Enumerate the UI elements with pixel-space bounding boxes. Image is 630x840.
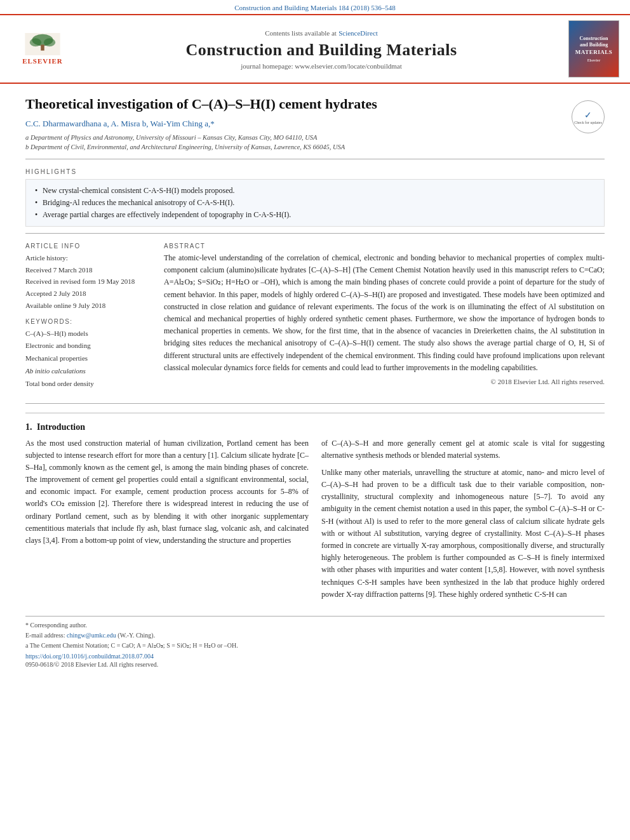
top-reference-bar: Construction and Building Materials 184 …	[0, 0, 630, 14]
email-link[interactable]: chingw@umkc.edu	[67, 632, 116, 639]
history-accepted: Accepted 2 July 2018	[25, 288, 152, 300]
highlight-item-1: New crystal-chemical consistent C-A-S-H(…	[34, 185, 596, 197]
cover-line3: MATERIALS	[575, 49, 612, 55]
article-title: Theoretical investigation of C–(A)–S–H(I…	[25, 95, 565, 114]
keywords-list: C–(A)–S–H(I) models Electronic and bondi…	[25, 328, 152, 390]
intro-col2-para-1: of C–(A)–S–H and more generally cement g…	[321, 437, 605, 462]
section-title-text: Introduction	[37, 422, 85, 432]
journal-header-center: Contents lists available at ScienceDirec…	[84, 20, 559, 77]
page: Construction and Building Materials 184 …	[0, 0, 630, 840]
highlights-section: HIGHLIGHTS New crystal-chemical consiste…	[25, 168, 605, 234]
main-content: Theoretical investigation of C–(A)–S–H(I…	[0, 84, 630, 679]
article-info-abstract: ARTICLE INFO Article history: Received 7…	[25, 243, 605, 403]
intro-col2-para-2: Unlike many other materials, unravelling…	[321, 467, 605, 601]
affiliation-text-a: a Department of Physics and Astronomy, U…	[25, 134, 317, 141]
highlights-label: HIGHLIGHTS	[25, 168, 605, 175]
article-title-text-area: Theoretical investigation of C–(A)–S–H(I…	[25, 95, 565, 152]
highlight-item-2: Bridging-Al reduces the mechanical aniso…	[34, 197, 596, 209]
kw-3: Mechanical properties	[25, 352, 152, 365]
kw-5: Total bond order density	[25, 378, 152, 390]
checkmark-icon: ✓	[584, 110, 592, 121]
history-online: Available online 9 July 2018	[25, 300, 152, 312]
intro-col2: of C–(A)–S–H and more generally cement g…	[321, 437, 605, 606]
authors-text: C.C. Dharmawardhana a, A. Misra b, Wai-Y…	[25, 119, 215, 128]
highlight-item-3: Average partial charges are effectively …	[34, 209, 596, 221]
doi-link[interactable]: https://doi.org/10.1016/j.conbuildmat.20…	[25, 653, 605, 660]
article-info-col: ARTICLE INFO Article history: Received 7…	[25, 243, 152, 396]
keywords-label-text: Keywords:	[25, 318, 152, 325]
cover-line1: Construction	[580, 36, 608, 41]
kw-2: Electronic and bonding	[25, 340, 152, 352]
affiliation-b: b Department of Civil, Environmental, an…	[25, 142, 565, 152]
copyright-line: © 2018 Elsevier Ltd. All rights reserved…	[164, 378, 605, 385]
email-note: E-mail address: chingw@umkc.edu (W.-Y. C…	[25, 630, 605, 641]
abstract-col: ABSTRACT The atomic-level understanding …	[164, 243, 605, 396]
svg-point-4	[44, 38, 55, 46]
svg-rect-2	[41, 44, 44, 50]
abstract-label: ABSTRACT	[164, 243, 605, 250]
footnote-a: a The Cement Chemist Notation; C = CaO; …	[25, 641, 605, 651]
journal-cover-image: Construction and Building MATERIALS Else…	[568, 20, 619, 77]
elsevier-tree-icon	[23, 33, 62, 55]
email-label: E-mail address:	[25, 632, 65, 639]
journal-homepage: journal homepage: www.elsevier.com/locat…	[241, 62, 401, 70]
issn-line: 0950-0618/© 2018 Elsevier Ltd. All right…	[25, 661, 605, 668]
highlights-list: New crystal-chemical consistent C-A-S-H(…	[34, 185, 596, 221]
history-revised: Received in revised form 19 May 2018	[25, 276, 152, 288]
keywords-block: Keywords: C–(A)–S–H(I) models Electronic…	[25, 318, 152, 390]
abstract-text: The atomic-level understanding of the co…	[164, 252, 605, 374]
intro-section-title: 1. Introduction	[25, 422, 605, 432]
history-label: Article history:	[25, 252, 152, 264]
corresponding-label: * Corresponding author.	[25, 622, 87, 629]
svg-point-3	[30, 38, 41, 46]
cover-line2: and Building	[580, 42, 608, 48]
footer-section: * Corresponding author. E-mail address: …	[25, 616, 605, 668]
affiliation-text-b: b Department of Civil, Environmental, an…	[25, 143, 345, 150]
highlights-box: New crystal-chemical consistent C-A-S-H(…	[25, 179, 605, 227]
intro-para-1: As the most used construction material o…	[25, 437, 309, 547]
history-received: Received 7 March 2018	[25, 264, 152, 276]
intro-body: As the most used construction material o…	[25, 437, 605, 606]
section-divider	[25, 413, 605, 413]
kw-4: Ab initio calculations	[25, 365, 152, 378]
kw-1: C–(A)–S–H(I) models	[25, 328, 152, 340]
elsevier-logo: ELSEVIER	[22, 33, 63, 65]
corresponding-author-note: * Corresponding author.	[25, 620, 605, 630]
intro-col1: As the most used construction material o…	[25, 437, 309, 606]
journal-citation: Construction and Building Materials 184 …	[234, 4, 396, 11]
introduction-section: 1. Introduction As the most used constru…	[25, 422, 605, 606]
available-text: Contents lists available at ScienceDirec…	[265, 28, 378, 38]
section-number: 1.	[25, 422, 32, 432]
elsevier-logo-area: ELSEVIER	[8, 20, 77, 77]
article-info-label: ARTICLE INFO	[25, 243, 152, 250]
journal-cover-area: Construction and Building MATERIALS Else…	[565, 20, 622, 77]
elsevier-brand-label: ELSEVIER	[22, 57, 63, 65]
email-suffix: (W.-Y. Ching).	[117, 632, 155, 639]
article-history-block: Article history: Received 7 March 2018 R…	[25, 252, 152, 311]
check-updates-label: Check for updates	[574, 121, 602, 124]
check-updates-badge[interactable]: ✓ Check for updates	[572, 100, 605, 133]
journal-header: ELSEVIER Contents lists available at Sci…	[0, 14, 630, 84]
journal-title: Construction and Building Materials	[185, 41, 457, 60]
authors-line: C.C. Dharmawardhana a, A. Misra b, Wai-Y…	[25, 119, 565, 129]
article-title-section: Theoretical investigation of C–(A)–S–H(I…	[25, 95, 605, 159]
affiliation-a: a Department of Physics and Astronomy, U…	[25, 133, 565, 143]
